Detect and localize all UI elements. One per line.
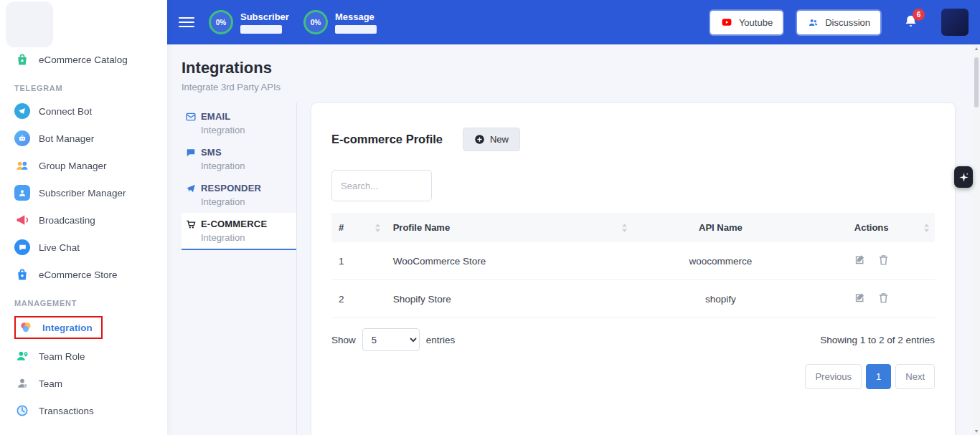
avatar[interactable]	[941, 9, 969, 36]
discussion-people-icon	[807, 17, 819, 28]
delete-button[interactable]	[873, 292, 894, 304]
annotation-box: Integration	[14, 316, 103, 339]
envelope-icon	[186, 112, 196, 122]
send-icon	[186, 183, 196, 193]
delete-button[interactable]	[873, 254, 894, 266]
logo-watermark	[6, 1, 53, 47]
discussion-button[interactable]: Discussion	[797, 11, 880, 34]
card-title: E-commerce Profile	[331, 133, 443, 146]
team-role-icon	[14, 348, 30, 364]
row-profile-name: Shopify Store	[386, 280, 633, 318]
progress-ring-message: 0%	[303, 10, 328, 34]
tab-ecommerce-integration[interactable]: E-COMMERCE Integration	[182, 213, 296, 250]
scroll-down-icon[interactable]: ▼	[974, 429, 979, 434]
sidebar-item-integration[interactable]: Integration	[0, 312, 167, 343]
previous-page-button[interactable]: Previous	[805, 364, 862, 389]
sort-icon[interactable]	[621, 223, 628, 232]
tab-label: E-COMMERCE	[201, 219, 267, 229]
header-num[interactable]: #	[331, 213, 386, 242]
redacted-value	[335, 25, 377, 34]
subscriber-icon	[14, 185, 30, 201]
top-navbar: 0% Subscriber 0% Message Youtube Discuss…	[167, 0, 980, 44]
scrollbar-thumb[interactable]	[974, 57, 979, 107]
sidebar-item-connect-bot[interactable]: Connect Bot	[0, 97, 167, 125]
sidebar-item-label: Broadcasting	[39, 215, 95, 226]
edit-button[interactable]	[849, 254, 870, 266]
header-label: Profile Name	[393, 222, 450, 233]
row-profile-name: WooCommerce Store	[386, 242, 633, 280]
megaphone-icon	[14, 212, 30, 228]
plus-circle-icon	[474, 134, 485, 145]
sidebar-item-label: Transactions	[39, 406, 94, 416]
table-header-row: # Profile Name API Name Actions	[331, 213, 935, 242]
edit-button[interactable]	[849, 292, 870, 304]
sidebar-item-label: Group Manager	[39, 161, 107, 171]
sidebar-item-subscriber-manager[interactable]: Subscriber Manager	[0, 179, 167, 206]
users-icon	[14, 158, 30, 173]
sidebar-item-ecommerce-store[interactable]: eCommerce Store	[0, 261, 167, 288]
next-page-button[interactable]: Next	[895, 364, 935, 389]
sidebar: eCommerce Catalog TELEGRAM Connect Bot B…	[0, 0, 167, 435]
page-subtitle: Integrate 3rd Party APIs	[182, 82, 956, 92]
sidebar-item-label: Team	[39, 378, 62, 389]
main-content: Integrations Integrate 3rd Party APIs EM…	[167, 44, 980, 435]
hamburger-menu-icon[interactable]	[179, 17, 194, 27]
sidebar-item-label: Bot Manager	[39, 133, 94, 144]
team-icon	[14, 376, 30, 391]
app-logo	[0, 0, 167, 42]
notifications-bell[interactable]: 6	[903, 14, 918, 32]
table-row: 1 WooCommerce Store woocommerce	[331, 242, 935, 280]
sort-icon[interactable]	[923, 223, 930, 232]
sidebar-item-team-role[interactable]: Team Role	[0, 343, 167, 370]
tab-sublabel: Integration	[201, 125, 291, 135]
sort-icon[interactable]	[374, 223, 381, 232]
page-size-select[interactable]: 5	[362, 328, 420, 351]
store-bag-icon	[14, 267, 30, 282]
sidebar-item-broadcasting[interactable]: Broadcasting	[0, 206, 167, 234]
youtube-button-label: Youtube	[739, 17, 773, 28]
tab-email-integration[interactable]: EMAIL Integration	[182, 105, 296, 141]
header-label: Actions	[854, 222, 889, 233]
page-1-button[interactable]: 1	[866, 364, 891, 389]
sidebar-item-transactions[interactable]: Transactions	[0, 397, 167, 424]
header-label: API Name	[699, 222, 743, 233]
redacted-value	[240, 25, 282, 34]
search-input[interactable]	[331, 170, 432, 201]
tab-label: EMAIL	[201, 111, 230, 122]
sidebar-item-group-manager[interactable]: Group Manager	[0, 152, 167, 179]
scroll-up-icon[interactable]: ▲	[974, 46, 979, 51]
integration-tabs: EMAIL Integration SMS Integration	[182, 102, 297, 434]
subscriber-progress-label: Subscriber	[240, 11, 289, 22]
sidebar-item-label: Integration	[42, 322, 93, 333]
sms-icon	[186, 148, 196, 158]
sidebar-item-label: Subscriber Manager	[39, 188, 126, 199]
tab-responder-integration[interactable]: RESPONDER Integration	[182, 177, 296, 213]
sidebar-section-management: MANAGEMENT	[0, 288, 167, 312]
discussion-button-label: Discussion	[825, 17, 870, 28]
sidebar-item-team[interactable]: Team	[0, 370, 167, 397]
tab-label: RESPONDER	[201, 183, 261, 193]
sidebar-item-bot-manager[interactable]: Bot Manager	[0, 125, 167, 152]
tab-sms-integration[interactable]: SMS Integration	[182, 141, 296, 177]
integration-circles-icon	[18, 320, 34, 335]
youtube-button[interactable]: Youtube	[710, 11, 783, 34]
row-api-name: shopify	[633, 280, 808, 318]
ai-assistant-button[interactable]	[954, 166, 973, 188]
tab-sublabel: Integration	[201, 161, 291, 171]
header-actions[interactable]: Actions	[808, 213, 935, 242]
header-profile-name[interactable]: Profile Name	[386, 213, 633, 242]
sidebar-item-live-chat[interactable]: Live Chat	[0, 234, 167, 261]
page-title: Integrations	[182, 59, 956, 77]
robot-icon	[14, 130, 30, 146]
shopping-bag-icon	[14, 52, 30, 67]
row-num: 1	[331, 242, 386, 280]
message-progress-label: Message	[335, 11, 377, 22]
entries-label: entries	[426, 335, 456, 345]
profiles-table: # Profile Name API Name Actions	[331, 213, 935, 318]
new-profile-button[interactable]: New	[463, 128, 520, 151]
sidebar-item-ecommerce-catalog[interactable]: eCommerce Catalog	[0, 46, 167, 73]
cart-icon	[186, 219, 196, 229]
sidebar-section-telegram: TELEGRAM	[0, 73, 167, 97]
header-api-name[interactable]: API Name	[633, 213, 808, 242]
tab-label: SMS	[201, 147, 222, 158]
